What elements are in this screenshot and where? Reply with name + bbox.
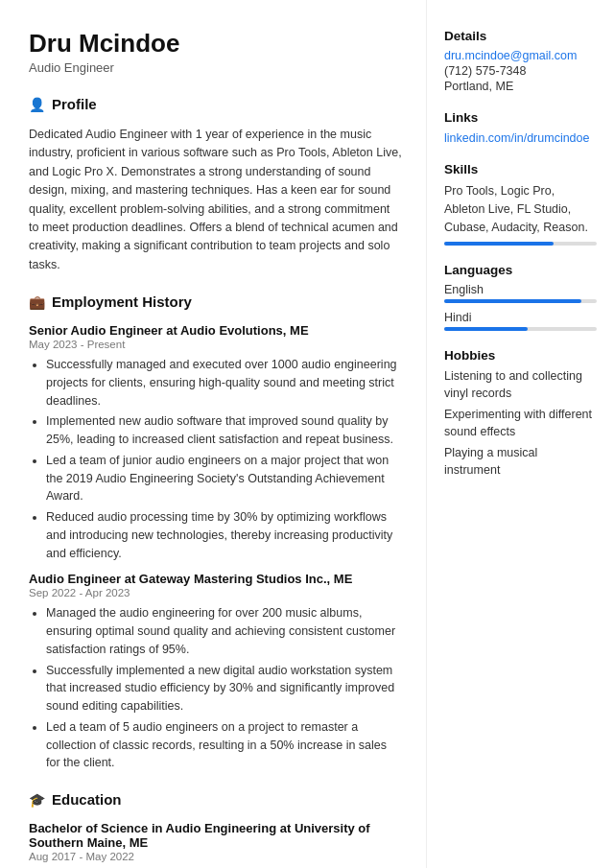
job-date: May 2023 - Present: [29, 339, 403, 350]
language-bar-fill: [444, 299, 581, 303]
details-title: Details: [444, 29, 597, 43]
bullet-item: Led a team of junior audio engineers on …: [46, 452, 403, 505]
skills-bar-container: [444, 242, 597, 246]
languages-section: Languages English Hindi: [444, 263, 597, 331]
skills-bar-fill: [444, 242, 554, 246]
bullet-item: Successfully implemented a new digital a…: [46, 662, 403, 716]
links-title: Links: [444, 110, 597, 125]
education-section: 🎓 Education Bachelor of Science in Audio…: [29, 791, 403, 868]
job-date: Sep 2022 - Apr 2023: [29, 587, 403, 598]
skills-section: Skills Pro Tools, Logic Pro, Ableton Liv…: [444, 162, 597, 246]
degree-title: Bachelor of Science in Audio Engineering…: [29, 821, 403, 850]
hobbies-title: Hobbies: [444, 348, 597, 363]
profile-text: Dedicated Audio Engineer with 1 year of …: [29, 126, 403, 274]
education-icon: 🎓: [29, 792, 45, 808]
language-bar: [444, 299, 597, 303]
language-item: Hindi: [444, 311, 597, 331]
email-link[interactable]: dru.mcindoe@gmail.com: [444, 49, 577, 62]
resume-page: Dru Mcindoe Audio Engineer 👤 Profile Ded…: [0, 0, 614, 868]
job-title: Senior Audio Engineer at Audio Evolution…: [29, 323, 403, 338]
employment-section: 💼 Employment History Senior Audio Engine…: [29, 293, 403, 772]
language-item: English: [444, 283, 597, 303]
bullet-item: Implemented new audio software that impr…: [46, 412, 403, 449]
hobby-item: Playing a musical instrument: [444, 445, 597, 479]
candidate-name: Dru Mcindoe: [29, 29, 403, 59]
profile-section-title: 👤 Profile: [29, 96, 403, 116]
bullet-item: Reduced audio processing time by 30% by …: [46, 508, 403, 562]
bullet-item: Managed the audio engineering for over 2…: [46, 604, 403, 658]
language-name: Hindi: [444, 311, 597, 324]
phone-item: (712) 575-7348: [444, 64, 597, 78]
education-section-title: 🎓 Education: [29, 791, 403, 811]
email-item: dru.mcindoe@gmail.com: [444, 49, 597, 62]
left-column: Dru Mcindoe Audio Engineer 👤 Profile Ded…: [0, 0, 427, 868]
language-bar-fill: [444, 327, 528, 331]
language-name: English: [444, 283, 597, 296]
skills-title: Skills: [444, 162, 597, 176]
job-bullets: Successfully managed and executed over 1…: [29, 356, 403, 562]
skills-text: Pro Tools, Logic Pro, Ableton Live, FL S…: [444, 182, 597, 236]
links-section: Links linkedin.com/in/drumcindoe: [444, 110, 597, 145]
right-column: Details dru.mcindoe@gmail.com (712) 575-…: [427, 0, 614, 868]
languages-title: Languages: [444, 263, 597, 277]
job-item: Senior Audio Engineer at Audio Evolution…: [29, 323, 403, 562]
job-item: Audio Engineer at Gateway Mastering Stud…: [29, 572, 403, 772]
hobbies-section: Hobbies Listening to and collecting viny…: [444, 348, 597, 479]
job-bullets: Managed the audio engineering for over 2…: [29, 604, 403, 772]
profile-section: 👤 Profile Dedicated Audio Engineer with …: [29, 96, 403, 274]
hobby-item: Experimenting with different sound effec…: [444, 407, 597, 440]
language-bar: [444, 327, 597, 331]
bullet-item: Successfully managed and executed over 1…: [46, 356, 403, 410]
employment-section-title: 💼 Employment History: [29, 293, 403, 314]
candidate-title: Audio Engineer: [29, 60, 403, 75]
profile-icon: 👤: [29, 97, 45, 112]
bullet-item: Led a team of 5 audio engineers on a pro…: [46, 718, 403, 772]
header: Dru Mcindoe Audio Engineer: [29, 29, 403, 75]
location-item: Portland, ME: [444, 80, 597, 93]
edu-date: Aug 2017 - May 2022: [29, 851, 403, 862]
hobby-item: Listening to and collecting vinyl record…: [444, 368, 597, 402]
linkedin-link[interactable]: linkedin.com/in/drumcindoe: [444, 131, 589, 145]
skills-bar: [444, 242, 597, 246]
details-section: Details dru.mcindoe@gmail.com (712) 575-…: [444, 29, 597, 93]
education-item: Bachelor of Science in Audio Engineering…: [29, 821, 403, 868]
employment-icon: 💼: [29, 294, 45, 310]
job-title: Audio Engineer at Gateway Mastering Stud…: [29, 572, 403, 586]
